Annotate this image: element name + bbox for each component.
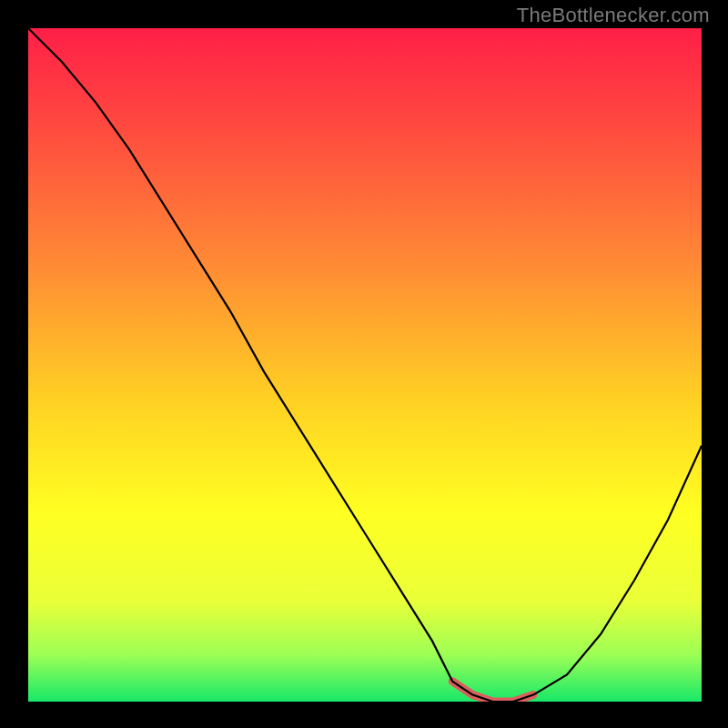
chart-frame: TheBottlenecker.com bbox=[0, 0, 728, 728]
main-curve bbox=[28, 28, 702, 702]
watermark-text: TheBottlenecker.com bbox=[517, 4, 710, 27]
plot-curves bbox=[28, 28, 702, 702]
plot-area bbox=[27, 27, 703, 703]
